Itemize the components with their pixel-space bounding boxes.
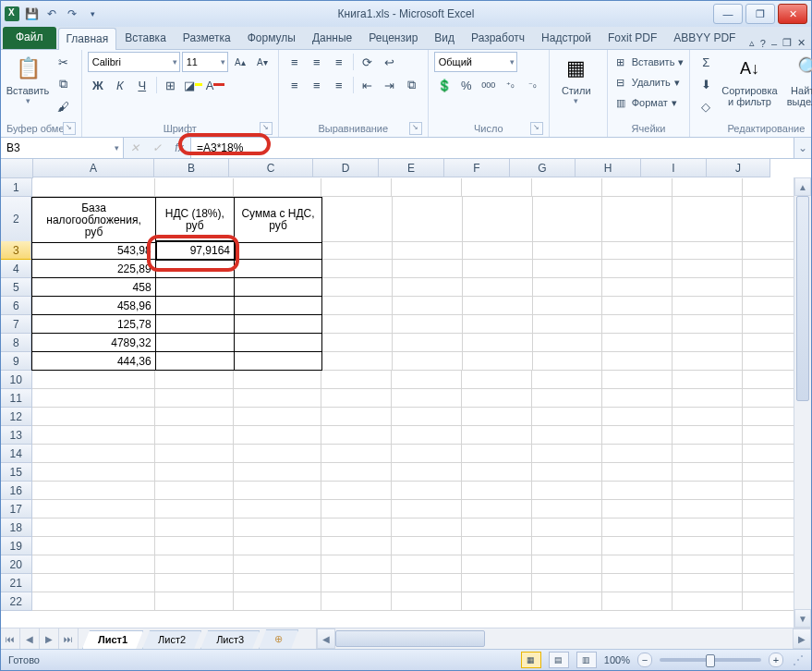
cell-I6[interactable] <box>673 297 743 315</box>
sheet-tab-Лист2[interactable]: Лист2 <box>142 630 201 649</box>
percent-button[interactable]: % <box>456 75 477 95</box>
cell-B13[interactable] <box>155 426 235 445</box>
cell-G11[interactable] <box>532 389 602 408</box>
cell-G22[interactable] <box>532 592 602 611</box>
row-header-4[interactable]: 4 <box>1 260 31 278</box>
decrease-decimal-button[interactable]: ⁻₀ <box>523 75 543 95</box>
cell-A18[interactable] <box>32 518 155 537</box>
name-box[interactable]: B3 <box>1 138 124 158</box>
cell-B8[interactable] <box>156 334 235 352</box>
cell-F11[interactable] <box>462 389 532 408</box>
cell-B16[interactable] <box>155 482 235 500</box>
cell-G10[interactable] <box>532 371 602 389</box>
find-select-button[interactable]: 🔍 Найти и выделить <box>782 52 812 107</box>
row-header-3[interactable]: 3 <box>1 241 31 260</box>
view-pagebreak-button[interactable]: ▥ <box>576 652 597 668</box>
cell-F19[interactable] <box>462 537 532 555</box>
formula-input[interactable]: =A3*18% <box>191 138 794 158</box>
cell-I17[interactable] <box>673 500 743 518</box>
copy-button[interactable]: ⧉ <box>53 74 73 94</box>
cell-G14[interactable] <box>532 445 602 463</box>
cell-D5[interactable] <box>322 278 393 297</box>
cell-H12[interactable] <box>602 408 673 426</box>
expand-formula-bar-icon[interactable]: ⌄ <box>794 138 811 158</box>
column-header-D[interactable]: D <box>313 159 379 177</box>
scroll-left-icon[interactable]: ◀ <box>317 628 335 649</box>
cell-H16[interactable] <box>602 482 673 500</box>
cell-B4[interactable] <box>156 260 235 278</box>
font-color-button[interactable]: A <box>205 75 225 95</box>
row-header-12[interactable]: 12 <box>1 408 32 426</box>
cell-E22[interactable] <box>392 592 462 611</box>
row-header-2[interactable]: 2 <box>1 197 31 242</box>
cell-G4[interactable] <box>533 260 603 278</box>
cell-F6[interactable] <box>463 297 533 315</box>
cell-G17[interactable] <box>532 500 602 518</box>
cell-E3[interactable] <box>393 241 463 260</box>
cell-A8[interactable]: 4789,32 <box>31 334 155 352</box>
cell-G12[interactable] <box>532 408 602 426</box>
cell-F17[interactable] <box>462 500 532 518</box>
column-header-E[interactable]: E <box>379 159 444 177</box>
cell-I16[interactable] <box>673 482 743 500</box>
sheet-nav-last-icon[interactable]: ⏭ <box>59 628 79 649</box>
cell-I2[interactable] <box>673 197 743 242</box>
cell-B2[interactable]: НДС (18%), руб <box>156 197 235 243</box>
cell-I22[interactable] <box>673 592 743 611</box>
row-header-8[interactable]: 8 <box>1 334 31 352</box>
align-center-button[interactable]: ≡ <box>307 75 327 95</box>
cell-F7[interactable] <box>463 315 533 334</box>
number-dialog-icon[interactable]: ↘ <box>530 122 543 135</box>
ribbon-tab-вид[interactable]: Вид <box>426 27 463 49</box>
cell-C22[interactable] <box>234 592 321 611</box>
cell-E4[interactable] <box>393 260 463 278</box>
cell-D11[interactable] <box>321 389 392 408</box>
minimize-button[interactable]: — <box>713 4 743 24</box>
cell-A9[interactable]: 444,36 <box>31 352 155 371</box>
bold-button[interactable]: Ж <box>88 75 108 95</box>
redo-button[interactable]: ↷ <box>64 6 80 22</box>
cell-D2[interactable] <box>322 197 393 242</box>
ribbon-tab-разметка[interactable]: Разметка <box>175 27 239 49</box>
column-header-C[interactable]: C <box>229 159 313 177</box>
cell-D7[interactable] <box>322 315 393 334</box>
cell-A14[interactable] <box>32 445 155 463</box>
font-dialog-icon[interactable]: ↘ <box>260 122 273 135</box>
align-top-button[interactable]: ≡ <box>285 52 305 72</box>
cell-F14[interactable] <box>462 445 532 463</box>
alignment-dialog-icon[interactable]: ↘ <box>409 122 422 135</box>
cell-A10[interactable] <box>32 371 155 389</box>
cell-A2[interactable]: База налогообложения, руб <box>31 197 155 243</box>
cell-A5[interactable]: 458 <box>31 278 155 297</box>
select-all-corner[interactable] <box>1 159 33 178</box>
cell-D14[interactable] <box>321 445 392 463</box>
row-header-7[interactable]: 7 <box>1 315 31 334</box>
cell-H21[interactable] <box>602 574 673 592</box>
cell-F1[interactable] <box>462 178 532 197</box>
italic-button[interactable]: К <box>110 75 130 95</box>
insert-cells-button[interactable]: ⊞Вставить ▾ <box>613 52 685 72</box>
row-header-19[interactable]: 19 <box>1 537 32 555</box>
cell-C19[interactable] <box>234 537 321 555</box>
cell-F21[interactable] <box>462 574 532 592</box>
cell-I21[interactable] <box>673 574 743 592</box>
cell-G7[interactable] <box>533 315 603 334</box>
row-header-5[interactable]: 5 <box>1 278 31 297</box>
sheet-nav-prev-icon[interactable]: ◀ <box>20 628 40 649</box>
ribbon-tab-надстрой[interactable]: Надстрой <box>533 27 600 49</box>
shrink-font-button[interactable]: A▾ <box>252 52 273 72</box>
cell-C8[interactable] <box>235 334 322 352</box>
cell-A19[interactable] <box>32 537 155 555</box>
cell-D4[interactable] <box>322 260 393 278</box>
cell-G21[interactable] <box>532 574 602 592</box>
font-name-combo[interactable]: Calibri <box>88 52 180 72</box>
cell-A13[interactable] <box>32 426 155 445</box>
enter-formula-icon[interactable]: ✓ <box>146 141 168 154</box>
cell-D22[interactable] <box>321 592 392 611</box>
cell-D10[interactable] <box>321 371 392 389</box>
comma-button[interactable]: 000 <box>479 75 499 95</box>
cancel-formula-icon[interactable]: ✕ <box>124 141 146 154</box>
cell-I13[interactable] <box>673 426 743 445</box>
cell-G19[interactable] <box>532 537 602 555</box>
close-button[interactable]: ✕ <box>778 4 807 24</box>
